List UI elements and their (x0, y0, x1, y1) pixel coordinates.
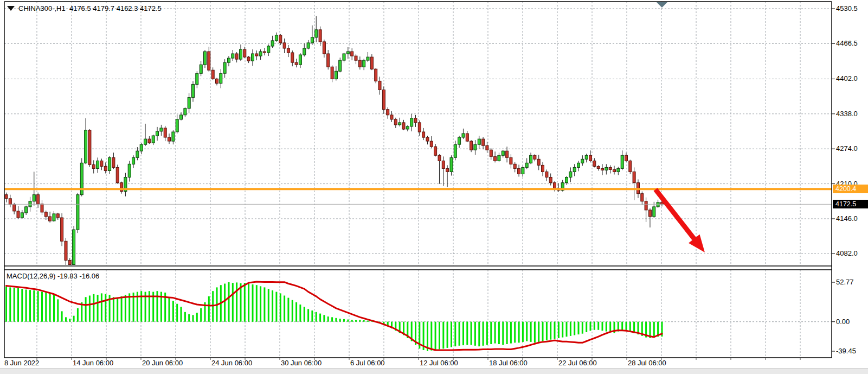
candle-bullish (398, 123, 401, 125)
candle-bearish (470, 141, 473, 150)
candle-bearish (382, 90, 385, 110)
candle-bullish (498, 155, 500, 161)
candle-bearish (645, 201, 647, 210)
candle-bullish (144, 139, 147, 144)
macd-histogram-bar (113, 297, 114, 321)
macd-histogram-bar (514, 322, 516, 343)
candle-bearish (9, 199, 11, 205)
candle-bullish (53, 214, 55, 221)
macd-indicator-label: MACD(12,26,9) -19.83 -16.06 (7, 272, 99, 280)
candle-bullish (367, 57, 369, 60)
candle-bullish (240, 49, 242, 59)
candle-bullish (653, 207, 655, 217)
macd-histogram-bar (466, 322, 468, 345)
candle-bearish (387, 110, 389, 115)
price-tick-label: 4338.0 (836, 110, 858, 118)
macd-histogram-bar (474, 322, 476, 346)
macd-histogram-bar (459, 322, 460, 346)
candle-bearish (625, 155, 628, 161)
candle-bullish (223, 62, 226, 73)
candle-bearish (554, 183, 556, 188)
candle-bullish (315, 30, 318, 37)
macd-histogram-bar (224, 284, 226, 322)
candle-bullish (474, 144, 477, 150)
candle-bullish (363, 60, 365, 67)
price-tick-label: 4274.0 (836, 144, 858, 153)
macd-histogram-bar (582, 322, 583, 334)
macd-signal-line (7, 282, 663, 350)
candle-bearish (319, 30, 322, 42)
candle-bearish (61, 218, 63, 241)
time-tick-label: 20 Jun 06:00 (142, 359, 183, 367)
macd-histogram-bar (506, 322, 508, 344)
macd-histogram-bar (9, 287, 11, 321)
macd-histogram-bar (169, 297, 170, 321)
hline-price-tag: 4200.4 (833, 185, 868, 193)
candle-bullish (136, 151, 139, 157)
candle-bullish (160, 128, 163, 131)
macd-histogram-bar (57, 299, 59, 321)
macd-histogram-bar (343, 319, 345, 322)
macd-histogram-bar (447, 322, 448, 348)
macd-histogram-bar (653, 322, 655, 338)
candle-bullish (152, 136, 155, 143)
macd-histogram-bar (45, 293, 47, 322)
macd-histogram-bar (590, 322, 591, 331)
candle-bearish (609, 167, 612, 169)
candle-bearish (486, 145, 488, 150)
candle-bearish (235, 54, 238, 59)
candle-bearish (247, 57, 250, 61)
macd-histogram-bar (65, 317, 67, 321)
macd-histogram-bar (121, 296, 123, 322)
candle-bearish (537, 159, 540, 165)
candle-bearish (92, 164, 95, 168)
candle-bullish (454, 144, 456, 157)
candle-bullish (339, 60, 342, 71)
macd-histogram-bar (351, 320, 353, 321)
candle-bearish (549, 178, 552, 183)
time-axis[interactable]: 8 Jun 202214 Jun 06:0020 Jun 06:0024 Jun… (0, 358, 868, 368)
macd-histogram-bar (331, 317, 333, 321)
macd-histogram-bar (85, 297, 87, 321)
candle-bullish (522, 167, 524, 174)
candle-bullish (176, 119, 178, 132)
candle-bullish (406, 126, 409, 129)
candle-bullish (569, 172, 572, 177)
macd-histogram-bar (73, 316, 75, 322)
macd-histogram-bar (295, 302, 297, 322)
candle-bearish (589, 155, 592, 161)
macd-histogram-bar (451, 322, 452, 347)
candle-bearish (295, 62, 298, 65)
candle-bullish (565, 178, 568, 183)
candle-bullish (76, 195, 79, 230)
candle-bearish (442, 161, 445, 168)
mt4-chart-window: CHINA300-,H1 4176.5 4179.7 4162.3 4172.5… (0, 0, 868, 374)
macd-histogram-bar (256, 285, 258, 322)
price-axis[interactable]: 4530.54466.54402.04338.04274.04210.04146… (832, 0, 868, 358)
macd-histogram-bar (263, 287, 265, 321)
macd-histogram-bar (275, 292, 277, 322)
macd-histogram-bar (574, 322, 575, 335)
candle-bullish (581, 159, 584, 163)
macd-histogram-bar (93, 294, 94, 322)
candle-bullish (275, 35, 278, 41)
candle-bearish (394, 119, 397, 125)
macd-histogram-bar (244, 283, 246, 322)
macd-histogram-bar (287, 298, 289, 322)
candle-bearish (613, 169, 616, 172)
macd-histogram-bar (606, 322, 607, 332)
candle-bearish (426, 137, 429, 141)
macd-histogram-bar (462, 322, 464, 345)
macd-histogram-bar (176, 304, 178, 322)
candle-bearish (5, 195, 8, 199)
chart-canvas[interactable] (0, 0, 868, 374)
macd-tick-label: 52.77 (836, 278, 854, 286)
candle-bearish (37, 195, 40, 204)
chart-title: CHINA300-,H1 4176.5 4179.7 4162.3 4172.5 (7, 4, 162, 12)
candle-bullish (228, 58, 230, 62)
candle-bearish (49, 217, 52, 221)
candle-bearish (120, 183, 123, 192)
macd-histogram-bar (490, 322, 492, 344)
candle-bearish (422, 132, 425, 137)
candle-bullish (196, 73, 198, 84)
